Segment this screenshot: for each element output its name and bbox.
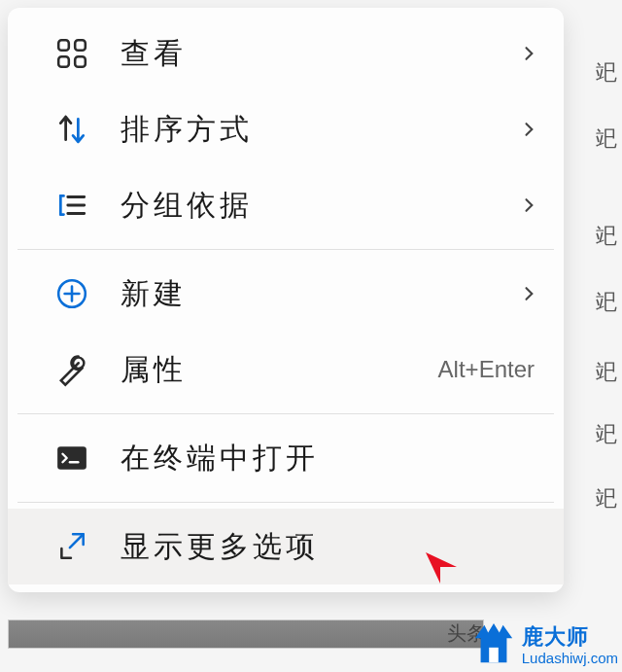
watermark-logo-icon — [471, 621, 516, 666]
new-icon — [52, 274, 91, 313]
bg-item: 䇃 — [596, 58, 617, 88]
terminal-icon — [52, 439, 91, 477]
menu-label: 查看 — [121, 34, 517, 74]
svg-rect-3 — [75, 56, 86, 67]
window-edge — [8, 619, 484, 649]
bg-item: 䇃 — [596, 484, 617, 513]
svg-rect-1 — [75, 40, 86, 51]
svg-rect-0 — [58, 40, 69, 51]
menu-item-properties[interactable]: 属性 Alt+Enter — [8, 332, 564, 407]
menu-shortcut: Alt+Enter — [438, 356, 535, 383]
group-icon — [52, 186, 91, 225]
svg-rect-6 — [57, 446, 86, 469]
menu-item-sort[interactable]: 排序方式 — [8, 91, 564, 167]
menu-label: 分组依据 — [121, 186, 517, 226]
bg-item: 䇃 — [596, 288, 617, 317]
menu-label: 排序方式 — [121, 110, 517, 150]
context-menu: 查看 排序方式 分组依据 — [8, 8, 564, 592]
menu-label: 新建 — [121, 274, 517, 314]
bg-item: 䇃 — [596, 222, 617, 251]
chevron-right-icon — [517, 282, 540, 305]
bg-item: 䇃 — [596, 124, 617, 154]
view-icon — [52, 34, 91, 73]
menu-label: 在终端中打开 — [121, 439, 540, 478]
menu-separator — [17, 502, 554, 503]
menu-item-group[interactable]: 分组依据 — [8, 167, 564, 243]
watermark-url: Ludashiwj.com — [522, 650, 618, 666]
svg-rect-2 — [58, 56, 69, 67]
menu-separator — [17, 413, 554, 414]
svg-rect-7 — [489, 648, 499, 662]
show-more-icon — [52, 527, 91, 566]
menu-item-terminal[interactable]: 在终端中打开 — [8, 420, 564, 496]
menu-item-new[interactable]: 新建 — [8, 256, 564, 332]
chevron-right-icon — [517, 118, 540, 141]
bg-item: 䇃 — [596, 358, 617, 387]
menu-item-view[interactable]: 查看 — [8, 16, 564, 91]
chevron-right-icon — [517, 194, 540, 217]
chevron-right-icon — [517, 42, 540, 65]
menu-separator — [17, 249, 554, 250]
annotation-arrow-icon — [423, 549, 510, 618]
menu-label: 属性 — [121, 350, 438, 390]
watermark: 鹿大师 Ludashiwj.com — [471, 621, 618, 666]
sort-icon — [52, 110, 91, 149]
properties-icon — [52, 350, 91, 389]
bg-item: 䇃 — [596, 420, 617, 449]
watermark-name: 鹿大师 — [522, 622, 589, 652]
